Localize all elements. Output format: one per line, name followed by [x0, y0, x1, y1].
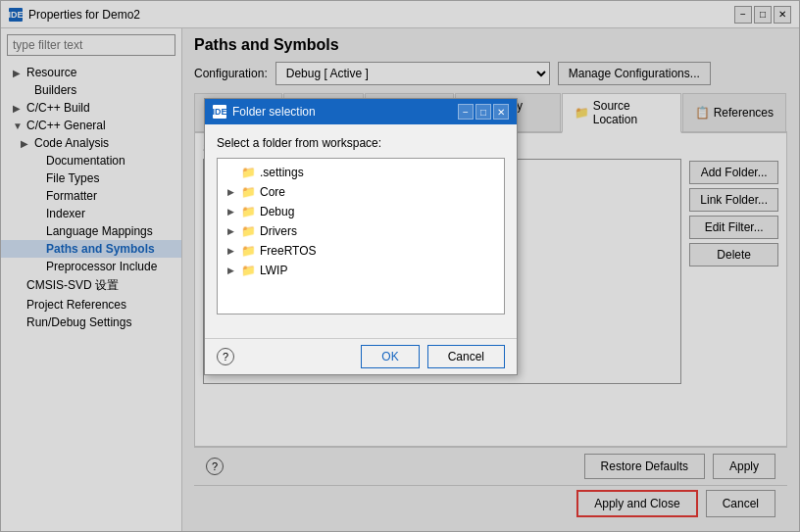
folder-label: LWIP: [260, 264, 287, 277]
folder-label: Debug: [260, 205, 294, 218]
modal-body: Select a folder from workspace: 📁 .setti…: [205, 124, 517, 338]
modal-tree-item-debug[interactable]: ▶ 📁 Debug: [222, 202, 500, 221]
modal-tree-item-freertos[interactable]: ▶ 📁 FreeRTOS: [222, 241, 500, 261]
modal-title-left: IDE Folder selection: [213, 105, 316, 119]
folder-label: Core: [260, 185, 285, 199]
modal-tree-item-core[interactable]: ▶ 📁 Core: [222, 182, 500, 202]
modal-title: Folder selection: [232, 105, 316, 119]
folder-icon: 📁: [241, 205, 256, 218]
arrow-icon: ▶: [227, 187, 237, 197]
modal-footer: ? OK Cancel: [205, 338, 517, 374]
folder-label: Drivers: [260, 224, 297, 238]
folder-icon: 📁: [241, 244, 256, 258]
modal-tree: 📁 .settings ▶ 📁 Core ▶ 📁 Debug ▶: [217, 158, 505, 314]
arrow-icon: ▶: [227, 246, 237, 256]
modal-title-bar: IDE Folder selection − □ ✕: [205, 99, 517, 124]
modal-label: Select a folder from workspace:: [217, 136, 505, 150]
modal-ok-button[interactable]: OK: [361, 345, 419, 368]
modal-help-icon[interactable]: ?: [217, 348, 234, 365]
folder-icon: 📁: [241, 224, 256, 238]
modal-controls: − □ ✕: [458, 104, 509, 120]
modal-tree-item-lwip[interactable]: ▶ 📁 LWIP: [222, 261, 500, 280]
modal-minimize-button[interactable]: −: [458, 104, 474, 120]
arrow-icon: ▶: [227, 207, 237, 217]
folder-icon: 📁: [241, 166, 256, 179]
folder-label: FreeRTOS: [260, 244, 317, 258]
arrow-icon: ▶: [227, 266, 237, 275]
modal-dialog: IDE Folder selection − □ ✕ Select a fold…: [204, 98, 518, 375]
folder-label: .settings: [260, 166, 304, 179]
modal-close-button[interactable]: ✕: [493, 104, 509, 120]
modal-maximize-button[interactable]: □: [475, 104, 491, 120]
modal-cancel-button[interactable]: Cancel: [427, 345, 505, 368]
modal-tree-item-drivers[interactable]: ▶ 📁 Drivers: [222, 221, 500, 241]
modal-overlay: IDE Folder selection − □ ✕ Select a fold…: [1, 1, 799, 531]
modal-tree-item-settings[interactable]: 📁 .settings: [222, 163, 500, 182]
arrow-icon: ▶: [227, 226, 237, 236]
folder-icon: 📁: [241, 185, 256, 199]
modal-ide-icon: IDE: [213, 105, 226, 119]
folder-icon: 📁: [241, 264, 256, 277]
main-window: IDE Properties for Demo2 − □ ✕ ▶ Resourc…: [0, 0, 800, 532]
